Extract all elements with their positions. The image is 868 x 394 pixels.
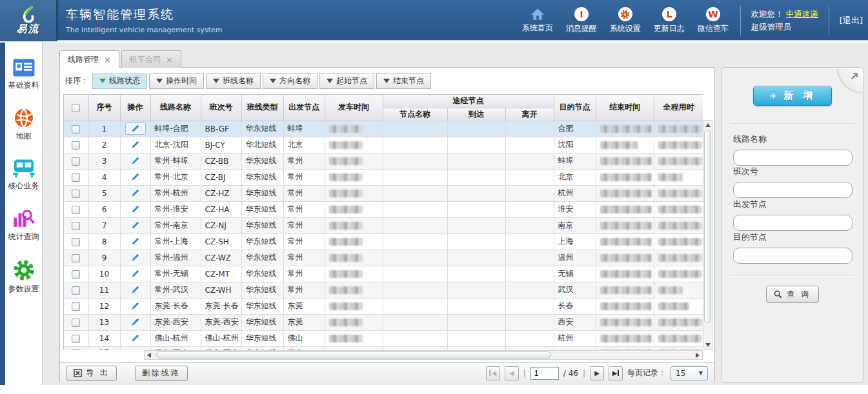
edit-button[interactable] xyxy=(125,235,146,248)
edit-button[interactable] xyxy=(125,139,146,151)
table-row[interactable]: 9 常州-温州 CZ-WZ 华东短线 常州 xyxy=(64,250,703,266)
sidebar-item-parameters[interactable]: 参数设置 xyxy=(8,259,39,295)
row-checkbox[interactable] xyxy=(72,222,80,230)
table-row[interactable]: 12 东莞-长春 东莞-长春 华东短线 东莞 xyxy=(64,298,703,314)
row-checkbox[interactable] xyxy=(72,157,80,166)
first-page-button[interactable]: ◀ xyxy=(486,366,500,380)
table-row[interactable]: 6 常州-淮安 CZ-HA 华东短线 常州 xyxy=(64,201,703,217)
nav-messages[interactable]: ! 消息提醒 xyxy=(565,7,598,34)
prev-page-button[interactable]: ◀ xyxy=(505,366,519,380)
table-row[interactable]: 1 蚌埠-合肥 BB-GF 华东短线 蚌埠 xyxy=(64,121,703,137)
table-row[interactable]: 5 常州-杭州 CZ-HZ 华东短线 常州 xyxy=(64,185,703,201)
chevron-down-icon: ▼ xyxy=(699,370,703,376)
close-icon[interactable]: × xyxy=(104,55,111,64)
sort-route-status[interactable]: 线路状态 xyxy=(92,74,147,89)
next-page-button[interactable]: ▶ xyxy=(590,366,604,380)
close-icon[interactable]: × xyxy=(166,55,173,64)
sidebar-item-core-business[interactable]: 核心业务 xyxy=(8,159,39,192)
edit-button[interactable] xyxy=(125,268,146,280)
sort-direction-name[interactable]: 方向名称 xyxy=(263,74,318,89)
company-link[interactable]: 中通速递 xyxy=(786,9,818,19)
table-row[interactable]: 7 常州-南京 CZ-NJ 华东短线 常州 xyxy=(64,217,703,233)
divider xyxy=(731,123,854,124)
row-depart: 北京 xyxy=(283,137,325,153)
row-checkbox[interactable] xyxy=(72,206,80,214)
last-page-button[interactable]: ▶ xyxy=(609,366,623,380)
route-name-input[interactable] xyxy=(733,150,853,166)
collapse-corner-button[interactable] xyxy=(838,68,863,92)
nav-home[interactable]: 系统首页 xyxy=(521,8,554,34)
edit-button[interactable] xyxy=(125,155,146,167)
sort-end-node[interactable]: 结束节点 xyxy=(376,74,431,89)
sidebar-item-basic-data[interactable]: 基础资料 xyxy=(8,58,39,91)
sort-operation-time[interactable]: 操作时间 xyxy=(149,74,204,89)
row-via-name xyxy=(383,266,447,282)
edit-button[interactable] xyxy=(125,123,146,135)
vertical-scrollbar[interactable] xyxy=(703,120,712,350)
row-checkbox[interactable] xyxy=(72,270,80,279)
row-checkbox[interactable] xyxy=(72,125,80,133)
row-leave xyxy=(505,314,554,330)
query-button[interactable]: 查 询 xyxy=(766,286,819,303)
edit-button[interactable] xyxy=(125,187,146,199)
row-checkbox[interactable] xyxy=(72,319,80,327)
edit-button[interactable] xyxy=(125,347,146,351)
vertical-scrollbar-thumb[interactable] xyxy=(704,130,711,323)
row-checkbox[interactable] xyxy=(72,286,80,295)
row-checkbox[interactable] xyxy=(72,335,80,343)
redacted-value xyxy=(600,238,652,246)
redacted-value xyxy=(329,270,363,278)
edit-button[interactable] xyxy=(125,332,146,344)
dest-node-input[interactable] xyxy=(733,248,853,264)
scroll-down-icon[interactable] xyxy=(705,343,711,347)
table-row[interactable]: 2 北京-沈阳 BJ-CY 华北短线 北京 xyxy=(64,137,703,153)
per-page-select[interactable]: 15 ▼ xyxy=(671,366,708,380)
row-checkbox[interactable] xyxy=(72,238,80,246)
export-button[interactable]: 导 出 xyxy=(66,366,117,381)
depart-node-input[interactable] xyxy=(733,215,853,231)
edit-button[interactable] xyxy=(125,171,146,183)
scroll-up-icon[interactable] xyxy=(705,123,711,127)
nav-settings[interactable]: 系统设置 xyxy=(609,7,642,34)
page-number-input[interactable] xyxy=(530,367,559,380)
nav-wechat[interactable]: W 微信查车 xyxy=(696,7,730,34)
nav-changelog[interactable]: L 更新日志 xyxy=(652,7,686,34)
edit-button[interactable] xyxy=(125,300,146,312)
row-arrive xyxy=(447,137,505,153)
row-checkbox[interactable] xyxy=(72,302,80,311)
scroll-right-icon[interactable] xyxy=(696,353,700,358)
tab-route-management[interactable]: 线路管理 × xyxy=(59,50,119,68)
table-row[interactable]: 4 常州-北京 CZ-BJ 华东短线 常州 xyxy=(64,169,703,185)
edit-button[interactable] xyxy=(125,316,146,328)
edit-button[interactable] xyxy=(125,251,146,264)
edit-button[interactable] xyxy=(125,284,146,296)
row-depart-time xyxy=(325,330,383,346)
horizontal-scrollbar[interactable] xyxy=(144,350,703,360)
sidebar-item-statistics[interactable]: 统计查询 xyxy=(8,208,39,242)
row-checkbox[interactable] xyxy=(72,141,80,150)
table-row[interactable]: 11 常州-武汉 CZ-WH 华东短线 常州 xyxy=(64,282,703,298)
edit-button[interactable] xyxy=(125,219,146,231)
table-row[interactable]: 14 佛山-杭州 佛山-杭州 华东短线 佛山 xyxy=(64,330,703,346)
shift-no-input[interactable] xyxy=(733,182,853,198)
sidebar-item-map[interactable]: 地图 xyxy=(14,108,34,142)
row-checkbox[interactable] xyxy=(72,254,80,262)
sort-start-node[interactable]: 起始节点 xyxy=(319,74,374,89)
row-checkbox[interactable] xyxy=(72,190,80,198)
table-row[interactable]: 10 常州-无锡 CZ-MT 华东短线 常州 xyxy=(64,266,703,282)
add-route-button[interactable]: ＋ 新 增 xyxy=(753,86,832,106)
horizontal-scrollbar-thumb[interactable] xyxy=(156,351,551,359)
tab-rental-contract[interactable]: 租车合同 × xyxy=(121,50,181,68)
select-all-checkbox[interactable] xyxy=(72,104,80,112)
table-row[interactable]: 13 东莞-西安 东莞-西安 华东短线 东莞 xyxy=(64,314,703,330)
logout-button[interactable]: [退出] xyxy=(840,15,863,26)
row-checkbox[interactable] xyxy=(72,173,80,182)
scroll-left-icon[interactable] xyxy=(147,353,151,358)
sort-line-name[interactable]: 班线名称 xyxy=(206,74,261,89)
row-leave xyxy=(505,169,554,185)
table-row[interactable]: 8 常州-上海 CZ-SH 华东短线 常州 xyxy=(64,233,703,250)
row-checkbox[interactable] xyxy=(72,349,80,350)
table-row[interactable]: 3 常州-蚌埠 CZ-BB 华东短线 常州 xyxy=(64,153,703,169)
edit-button[interactable] xyxy=(125,203,146,215)
delete-route-button[interactable]: 删除线路 xyxy=(135,366,188,381)
